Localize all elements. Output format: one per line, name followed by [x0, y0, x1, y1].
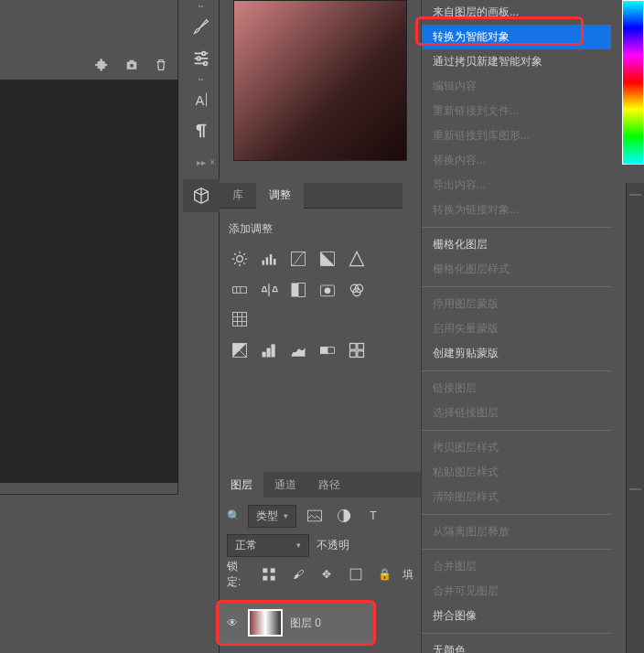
threshold-icon[interactable] [287, 339, 309, 361]
vibrance-icon[interactable] [346, 248, 368, 270]
svg-point-3 [204, 62, 208, 66]
tab-layers[interactable]: 图层 [220, 472, 263, 498]
gradient-map-icon[interactable] [317, 339, 338, 361]
lock-position-icon[interactable]: ✥ [317, 563, 338, 585]
tab-adjust[interactable]: 调整 [256, 182, 304, 209]
invert-icon[interactable] [229, 339, 251, 361]
menu-item: 拷贝图层样式 [422, 435, 611, 460]
trash-icon[interactable] [152, 56, 170, 74]
filter-adjust-icon[interactable] [333, 505, 355, 527]
menu-separator [422, 286, 611, 287]
svg-rect-34 [263, 576, 268, 581]
type-vertical-icon[interactable]: A [183, 84, 220, 115]
panel-handle-icon[interactable]: •• [183, 73, 219, 84]
tab-channels[interactable]: 通道 [263, 472, 307, 498]
svg-point-15 [325, 288, 331, 294]
menu-item[interactable]: 通过拷贝新建智能对象 [422, 49, 611, 74]
svg-rect-29 [358, 351, 364, 358]
menu-item[interactable]: 转换为智能对象 [422, 25, 611, 49]
brightness-icon[interactable] [229, 248, 251, 270]
context-menu: 来自图层的画板...转换为智能对象通过拷贝新建智能对象编辑内容重新链接到文件..… [421, 0, 611, 653]
lock-pixels-icon[interactable] [259, 563, 280, 585]
visibility-eye-icon[interactable]: 👁 [224, 616, 241, 629]
panel-handle-icon[interactable]: •• [183, 0, 219, 11]
filter-type-dropdown[interactable]: 类型▾ [248, 505, 296, 528]
menu-separator [422, 514, 611, 515]
svg-rect-13 [298, 284, 306, 297]
layer-row[interactable]: 👁 图层 0 [216, 600, 376, 646]
svg-rect-6 [263, 261, 265, 265]
svg-rect-28 [350, 351, 357, 358]
channel-mixer-icon[interactable] [346, 279, 368, 301]
canvas-area[interactable] [0, 80, 178, 483]
layer-thumbnail[interactable] [248, 609, 283, 637]
paragraph-icon[interactable] [183, 115, 220, 146]
fill-label: 填 [402, 567, 413, 583]
balance-icon[interactable] [258, 279, 280, 301]
bw-icon[interactable] [287, 279, 309, 301]
svg-rect-11 [233, 287, 247, 294]
exposure-icon[interactable] [317, 248, 338, 270]
curves-icon[interactable] [287, 248, 309, 270]
svg-rect-21 [263, 352, 266, 358]
panel-tabs: 库 调整 [220, 183, 402, 209]
adjustments-panel: 库 调整 添加调整 [220, 183, 402, 383]
brush-icon[interactable] [183, 11, 220, 42]
filter-type-icon[interactable]: T [362, 505, 384, 527]
menu-item[interactable]: 创建剪贴蒙版 [422, 341, 611, 366]
menu-item: 合并可见图层 [422, 579, 611, 604]
photo-filter-icon[interactable] [317, 279, 338, 301]
lock-all-icon[interactable]: 🔒 [374, 563, 395, 585]
svg-rect-8 [270, 254, 273, 265]
3d-icon[interactable] [183, 179, 220, 212]
panel-collapse-icon[interactable]: ▸▸× [197, 157, 215, 167]
search-icon[interactable]: 🔍 [227, 509, 241, 522]
lock-artboard-icon[interactable] [345, 563, 366, 585]
posterize-icon[interactable] [258, 339, 280, 361]
svg-rect-30 [308, 510, 322, 521]
menu-item: 转换为链接对象... [422, 198, 611, 222]
puzzle-icon[interactable] [93, 56, 112, 74]
menu-item: 编辑内容 [422, 74, 611, 99]
layers-tabs: 图层 通道 路径 [220, 472, 421, 498]
lock-brush-icon[interactable]: 🖌 [287, 563, 308, 585]
menu-item: 导出内容... [422, 173, 611, 198]
color-preview[interactable] [233, 0, 407, 161]
selective-color-icon[interactable] [346, 339, 368, 361]
menu-item[interactable]: 拼合图像 [422, 604, 611, 628]
svg-rect-25 [321, 348, 328, 354]
svg-rect-36 [350, 569, 361, 580]
color-spectrum[interactable] [622, 0, 644, 165]
menu-item: 合并图层 [422, 554, 611, 579]
menu-separator [422, 370, 611, 371]
svg-rect-27 [358, 344, 364, 350]
svg-rect-33 [271, 568, 275, 573]
sliders-icon[interactable] [183, 42, 220, 73]
hue-icon[interactable] [229, 279, 251, 301]
menu-item[interactable]: 来自图层的画板... [422, 0, 611, 25]
svg-point-2 [197, 57, 200, 60]
layer-name[interactable]: 图层 0 [290, 616, 321, 631]
tab-paths[interactable]: 路径 [307, 472, 351, 498]
menu-item: 启用矢量蒙版 [422, 316, 611, 341]
menu-item: 选择链接图层 [422, 401, 611, 425]
svg-rect-7 [266, 257, 269, 264]
camera-icon[interactable] [123, 56, 141, 74]
tab-library[interactable]: 库 [220, 182, 256, 209]
filter-image-icon[interactable] [304, 505, 326, 527]
menu-separator [422, 549, 611, 550]
lock-label: 锁定: [227, 559, 252, 590]
blend-mode-dropdown[interactable]: 正常▾ [227, 534, 309, 557]
menu-item: 停用图层蒙版 [422, 292, 611, 316]
middle-panel: 库 调整 添加调整 [220, 0, 421, 653]
menu-item: 从隔离图层释放 [422, 519, 611, 544]
menu-item: 重新链接到文件... [422, 99, 611, 123]
menu-separator [422, 430, 611, 431]
menu-item[interactable]: 栅格化图层 [422, 232, 611, 257]
menu-item: 重新链接到库图形... [422, 123, 611, 148]
lookup-icon[interactable] [229, 308, 251, 330]
svg-rect-22 [267, 348, 271, 358]
levels-icon[interactable] [258, 248, 280, 270]
menu-item[interactable]: 无颜色 [422, 638, 611, 653]
svg-rect-12 [292, 284, 299, 297]
